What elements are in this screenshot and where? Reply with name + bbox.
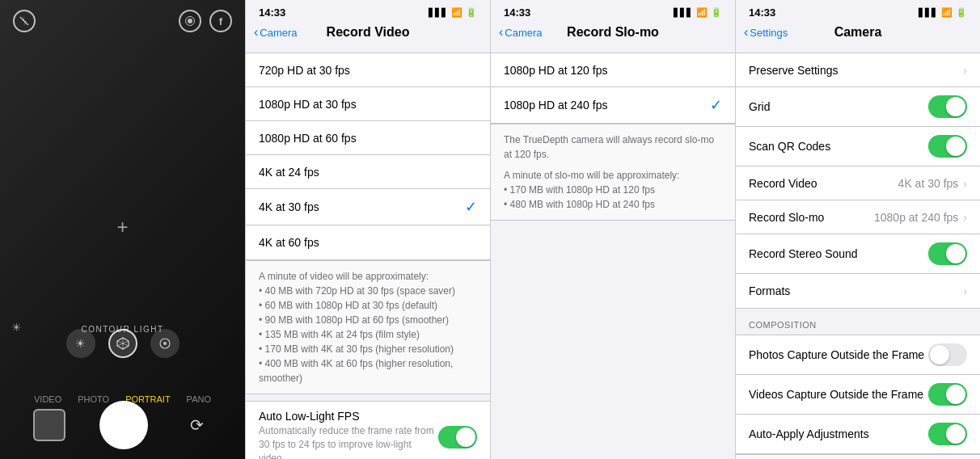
scan-qr-row: Scan QR Codes: [736, 127, 980, 166]
camera-top-bar: f: [0, 0, 245, 42]
scan-qr-toggle[interactable]: [928, 135, 967, 158]
record-video-row[interactable]: Record Video 4K at 30 fps ›: [736, 166, 980, 200]
photos-outside-row: Photos Capture Outside the Frame: [736, 335, 980, 375]
auto-low-light-row: Auto Low-Light FPS Automatically reduce …: [246, 402, 490, 459]
record-slomo-row[interactable]: Record Slo-mo 1080p at 240 fps ›: [736, 200, 980, 234]
back-button-4[interactable]: ‹ Settings: [744, 25, 788, 40]
videos-outside-row: Videos Capture Outside the Frame: [736, 375, 980, 415]
wifi-icon-2: 📶: [451, 7, 463, 18]
camera-controls: ⟳: [0, 401, 245, 449]
status-icons-4: ▋▋▋ 📶 🔋: [919, 7, 967, 18]
record-video-right: 4K at 30 fps ›: [898, 177, 967, 190]
video-options-list: 720p HD at 30 fps 1080p HD at 30 fps 108…: [246, 53, 490, 260]
back-chevron-2: ‹: [254, 25, 258, 40]
composition-list: Photos Capture Outside the Frame Videos …: [736, 335, 980, 454]
slomo-info-text1: The TrueDepth camera will always record …: [504, 133, 722, 162]
battery-icon-4: 🔋: [956, 7, 967, 18]
record-video-value: 4K at 30 fps: [898, 177, 959, 190]
option-label-1080p240: 1080p HD at 240 fps: [504, 99, 607, 112]
back-button-2[interactable]: ‹ Camera: [254, 25, 298, 40]
record-stereo-toggle[interactable]: [928, 242, 967, 265]
record-stereo-row: Record Stereo Sound: [736, 234, 980, 274]
flip-camera-button[interactable]: ⟳: [183, 411, 212, 440]
effect-natural[interactable]: ☀: [66, 329, 95, 358]
option-1080p60[interactable]: 1080p HD at 60 fps: [246, 121, 490, 155]
option-720p30[interactable]: 720p HD at 30 fps: [246, 53, 490, 87]
preserve-settings-label: Preserve Settings: [749, 64, 838, 77]
effect-cube[interactable]: [108, 329, 137, 358]
record-video-content: 720p HD at 30 fps 1080p HD at 30 fps 108…: [246, 46, 490, 459]
status-bar-4: 14:33 ▋▋▋ 📶 🔋: [736, 0, 980, 22]
brightness-control: ☀: [11, 321, 22, 334]
option-1080p120[interactable]: 1080p HD at 120 fps: [491, 53, 735, 87]
shutter-button[interactable]: [99, 401, 148, 449]
photos-outside-toggle[interactable]: [928, 343, 967, 366]
selected-checkmark-4k30: ✓: [465, 198, 477, 216]
live-photo-icon[interactable]: [179, 10, 201, 32]
photo-thumbnail[interactable]: [33, 409, 65, 441]
auto-apply-toggle[interactable]: [928, 423, 967, 445]
slomo-options-list: 1080p HD at 120 fps 1080p HD at 240 fps …: [491, 53, 735, 124]
option-label-4k60: 4K at 60 fps: [259, 236, 319, 249]
camera-settings-content: Preserve Settings › Grid Scan QR Codes R…: [736, 46, 980, 459]
grid-label: Grid: [749, 100, 770, 113]
camera-settings-panel: 14:33 ▋▋▋ 📶 🔋 ‹ Settings Camera Preserve…: [735, 0, 980, 459]
back-button-3[interactable]: ‹ Camera: [499, 25, 543, 40]
slomo-content: 1080p HD at 120 fps 1080p HD at 240 fps …: [491, 46, 735, 459]
formats-right: ›: [963, 284, 967, 297]
camera-viewfinder-panel: f + CONTOUR LIGHT ☀: [0, 0, 245, 459]
svg-point-2: [188, 19, 192, 23]
option-label-4k24: 4K at 24 fps: [259, 166, 319, 179]
flash-off-icon[interactable]: [13, 10, 36, 32]
info-icon[interactable]: f: [209, 10, 232, 32]
video-info-text: A minute of video will be approximately:…: [259, 269, 477, 385]
option-4k24[interactable]: 4K at 24 fps: [246, 155, 490, 189]
auto-low-light-toggle[interactable]: [438, 426, 477, 448]
auto-low-light-left: Auto Low-Light FPS Automatically reduce …: [259, 410, 438, 459]
back-label-3: Camera: [505, 27, 542, 39]
videos-outside-toggle[interactable]: [928, 383, 967, 406]
effect-circle[interactable]: [150, 329, 180, 358]
nav-title-2: Record Video: [327, 25, 410, 40]
option-4k30[interactable]: 4K at 30 fps ✓: [246, 189, 490, 225]
scan-qr-label: Scan QR Codes: [749, 140, 830, 153]
focus-crosshair: +: [116, 216, 128, 238]
auto-apply-label: Auto-Apply Adjustments: [749, 427, 869, 440]
slomo-info-text2: A minute of slo-mo will be approximately…: [504, 168, 722, 212]
option-label-1080p30: 1080p HD at 30 fps: [259, 98, 357, 111]
camera-top-right-icons: f: [179, 10, 232, 32]
video-info-box: A minute of video will be approximately:…: [246, 260, 490, 394]
status-time-2: 14:33: [259, 6, 285, 19]
wifi-icon-4: 📶: [941, 7, 953, 18]
record-video-chevron: ›: [963, 177, 967, 190]
nav-bar-3: ‹ Camera Record Slo-mo: [491, 22, 735, 46]
option-label-4k30: 4K at 30 fps: [259, 200, 319, 213]
option-label-720p30: 720p HD at 30 fps: [259, 64, 350, 77]
nav-title-4: Camera: [834, 25, 882, 40]
composition-header: COMPOSITION: [736, 309, 980, 335]
preserve-settings-row[interactable]: Preserve Settings ›: [736, 53, 980, 87]
videos-outside-label: Videos Capture Outside the Frame: [749, 388, 923, 401]
record-slomo-value: 1080p at 240 fps: [874, 211, 958, 224]
photos-outside-label: Photos Capture Outside the Frame: [749, 348, 924, 361]
preserve-settings-right: ›: [963, 64, 967, 77]
auto-apply-row: Auto-Apply Adjustments: [736, 415, 980, 453]
nav-bar-2: ‹ Camera Record Video: [246, 22, 490, 46]
option-1080p30[interactable]: 1080p HD at 30 fps: [246, 87, 490, 121]
brightness-icon[interactable]: ☀: [11, 321, 22, 334]
auto-low-light-right: [438, 426, 477, 448]
status-bar-3: 14:33 ▋▋▋ 📶 🔋: [491, 0, 735, 22]
option-label-1080p120: 1080p HD at 120 fps: [504, 64, 607, 77]
nav-title-3: Record Slo-mo: [567, 25, 659, 40]
main-settings-list: Preserve Settings › Grid Scan QR Codes R…: [736, 53, 980, 309]
back-label-4: Settings: [750, 27, 788, 39]
wifi-icon-3: 📶: [696, 7, 708, 18]
option-4k60[interactable]: 4K at 60 fps: [246, 225, 490, 259]
formats-row[interactable]: Formats ›: [736, 274, 980, 308]
low-light-list: Auto Low-Light FPS Automatically reduce …: [246, 401, 490, 459]
record-stereo-label: Record Stereo Sound: [749, 247, 858, 260]
option-1080p240[interactable]: 1080p HD at 240 fps ✓: [491, 87, 735, 123]
nav-bar-4: ‹ Settings Camera: [736, 22, 980, 46]
grid-row: Grid: [736, 87, 980, 127]
grid-toggle[interactable]: [928, 95, 967, 118]
